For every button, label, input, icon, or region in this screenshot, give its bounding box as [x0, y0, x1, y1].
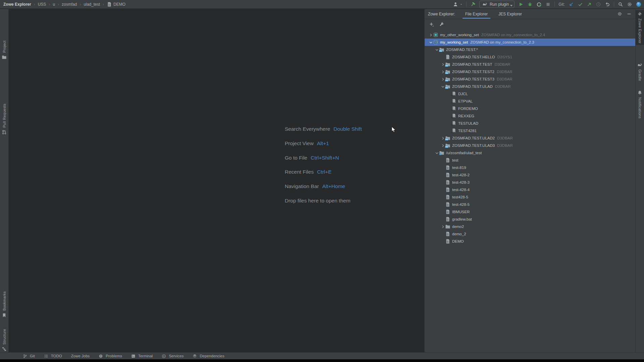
chevron-down-icon[interactable]	[434, 150, 439, 156]
tree-row[interactable]: MEMFORDEMO	[425, 105, 635, 112]
tree-row[interactable]: gradlew.bat	[425, 216, 635, 223]
tree-row[interactable]: MEMDJCL	[425, 90, 635, 98]
stripe-button-zowe-explorer[interactable]: Zowe Explorer	[636, 10, 644, 45]
tree-row[interactable]: my_other_working_setZOSMFAD on my_connec…	[425, 31, 635, 39]
tree-row[interactable]: test-428-2	[425, 171, 635, 179]
tree-row[interactable]: IBMUSER	[425, 208, 635, 216]
tree-row[interactable]: test-428-3	[425, 179, 635, 186]
member-icon: MEM	[451, 91, 457, 97]
uss-file-icon	[445, 202, 450, 207]
toolwindow-button-todo[interactable]: TODO	[44, 353, 62, 359]
breadcrumb-item[interactable]: USS	[38, 2, 46, 7]
stripe-button-structure[interactable]: Structure	[0, 327, 8, 353]
breadcrumb-item[interactable]: u	[53, 2, 55, 7]
run-configuration-button[interactable]: Run plugin	[479, 1, 515, 8]
tab-file-explorer[interactable]: File Explorer	[464, 9, 489, 19]
tree-row[interactable]: DSZOSMFAD.TEST.*	[425, 46, 635, 53]
toolwindow-button-services[interactable]: Services	[162, 353, 183, 359]
user-icon[interactable]	[453, 2, 458, 7]
git-commit-icon[interactable]	[578, 2, 583, 7]
stripe-button-project[interactable]: Project	[0, 39, 8, 61]
search-icon[interactable]	[618, 2, 623, 7]
add-icon[interactable]	[429, 22, 434, 27]
tree-row[interactable]: DSZOSMFAD.TEST.TEST2D3DBAR	[425, 68, 635, 75]
chevron-spacer	[440, 202, 445, 207]
breadcrumb-item[interactable]: Zowe Explorer	[3, 2, 31, 7]
tree-item-label: demo2	[452, 225, 464, 229]
svg-text:DS: DS	[445, 146, 448, 148]
toolwindow-button-zowe-jobs[interactable]: Zowe Jobs	[71, 354, 90, 358]
tree-row[interactable]: ZOSMFAD.TEST.HELLOD3SYS1	[425, 53, 635, 61]
chevron-right-icon[interactable]	[440, 76, 445, 82]
chevron-down-icon[interactable]	[428, 40, 433, 45]
toolwindow-button-label: Problems	[106, 354, 122, 358]
chevron-spacer	[446, 91, 451, 97]
shortcut-key-label: Ctrl+Shift+N	[311, 155, 339, 161]
tree-row[interactable]: test-819	[425, 164, 635, 171]
chevron-right-icon[interactable]	[440, 62, 445, 67]
tree-row[interactable]: MEMREXXEG	[425, 112, 635, 120]
stop-icon[interactable]	[545, 2, 551, 7]
tree-row[interactable]: DSZOSMFAD.TEST.ULADD3DBAR	[425, 83, 635, 90]
minimize-icon[interactable]	[627, 11, 632, 17]
tree-row[interactable]: DSZOSMFAD.TEST.TEST3D3DBAR	[425, 75, 635, 83]
toolwindow-button-git[interactable]: Git	[23, 353, 35, 359]
tree-row[interactable]: test-428-5	[425, 201, 635, 208]
toolbar-group	[453, 2, 463, 7]
toolwindow-button-terminal[interactable]: Terminal	[131, 353, 153, 359]
tree-row[interactable]: MEMTESTULAD	[425, 120, 635, 127]
tree-row[interactable]: demo_2	[425, 230, 635, 238]
build-hammer-icon[interactable]	[470, 2, 476, 7]
tree-row[interactable]: DSZOSMFAD.TEST.TESTD3DBAR	[425, 61, 635, 68]
wrench-icon[interactable]	[439, 22, 444, 27]
debug-icon[interactable]	[527, 2, 533, 7]
chevron-right-icon[interactable]	[440, 143, 445, 148]
tree-row[interactable]: DEMO	[425, 238, 635, 245]
tree-row[interactable]: my_working_setZOSMFAD on my_connection_t…	[425, 39, 635, 46]
git-push-icon[interactable]	[587, 2, 592, 7]
tree-row[interactable]: test-428-4	[425, 186, 635, 193]
tree-item-system-suffix: D3DBAR	[494, 62, 510, 66]
chevron-right-icon[interactable]	[440, 135, 445, 141]
breadcrumb-separator: ›	[103, 2, 104, 7]
tree-item-label: FORDEMO	[458, 107, 478, 111]
caret-down-icon	[509, 3, 512, 6]
tree-row[interactable]: demo2	[425, 223, 635, 230]
chevron-spacer	[440, 158, 445, 163]
stripe-button-bookmarks[interactable]: Bookmarks	[0, 290, 8, 319]
toolwindow-button-dependencies[interactable]: Dependencies	[193, 353, 224, 359]
svg-text:DS: DS	[445, 72, 448, 74]
chevron-right-icon[interactable]	[440, 69, 445, 74]
rollback-icon[interactable]	[605, 2, 610, 7]
tree-row[interactable]: test428-5	[425, 193, 635, 201]
profiler-icon[interactable]	[536, 2, 542, 7]
stripe-button-pull-requests[interactable]: Pull Requests	[0, 102, 8, 136]
chevron-right-icon[interactable]	[440, 224, 445, 229]
tree-row[interactable]: /u/zosmfad/ulad_test	[425, 149, 635, 157]
tree-row[interactable]: DSZOSMFAD.TEST.ULAD2D3DBAR	[425, 134, 635, 142]
tree-row[interactable]: test	[425, 157, 635, 164]
tree-item-label: DEMO	[452, 239, 464, 243]
gear-icon[interactable]	[617, 11, 623, 17]
settings-icon[interactable]	[627, 2, 632, 7]
breadcrumb-item[interactable]: DEMO	[107, 2, 125, 7]
history-icon[interactable]	[596, 2, 601, 7]
tree-row[interactable]: MEMETPVAL	[425, 98, 635, 105]
breadcrumb-item[interactable]: zosmfad	[62, 2, 77, 7]
chevron-spacer	[446, 99, 451, 104]
tab-jes-explorer[interactable]: JES Explorer	[497, 9, 523, 19]
breadcrumb-item[interactable]: ulad_test	[84, 2, 100, 7]
chevron-down-icon[interactable]	[434, 47, 439, 52]
svg-text:MEM: MEM	[451, 132, 455, 133]
git-update-icon[interactable]	[569, 2, 574, 7]
toolwindow-button-problems[interactable]: Problems	[99, 353, 122, 359]
chevron-spacer	[440, 54, 445, 60]
tree-row[interactable]: DSZOSMFAD.TEST.ULAD3D3DBAR	[425, 142, 635, 149]
stripe-button-notifications[interactable]: Notifications	[636, 89, 644, 120]
chevron-down-icon[interactable]	[440, 84, 445, 89]
stripe-button-gradle[interactable]: Gradle	[636, 61, 644, 82]
chevron-right-icon[interactable]	[428, 32, 433, 38]
tree-row[interactable]: MEMTEST4281	[425, 127, 635, 134]
toolbar-group	[470, 2, 476, 7]
run-icon[interactable]	[518, 2, 524, 7]
